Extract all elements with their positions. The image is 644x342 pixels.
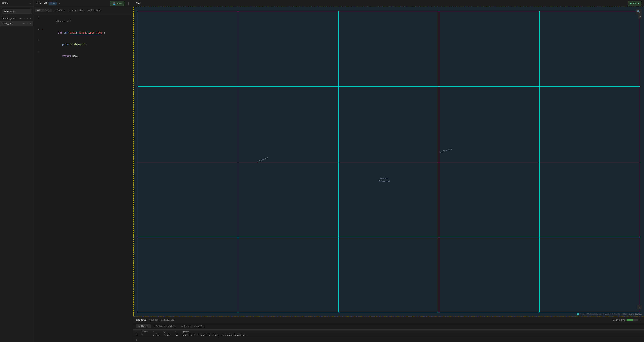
tab-editor[interactable]: </> Editor <box>35 8 52 12</box>
map-compass-button[interactable]: ◎ <box>638 14 642 19</box>
add-udf-icon: ⊕ <box>4 10 6 13</box>
editor-panel: tile_udf Tile ▾ 💾 Save ⋮ </> Editor ☰ Mo… <box>33 0 134 342</box>
grid-cell-14 <box>439 162 540 237</box>
header-bbox: bbox= <box>142 330 153 333</box>
editor-tabs: </> Editor ☰ Module ◫ Visualize ⚙ Settin… <box>33 7 133 14</box>
map-container[interactable]: Le Couesnon Le Couesnon Le Mont-Saint-Mi… <box>134 7 644 317</box>
close-icon[interactable]: ✕ <box>26 17 28 20</box>
eye-icon[interactable]: 👁 <box>22 22 25 25</box>
grid-cell-2 <box>238 11 338 86</box>
grid-cell-15 <box>540 162 640 237</box>
row-2-z: 16 <box>175 334 182 337</box>
table-row-2[interactable]: 2 0 32494 22608 16 POLYGON ((-1.49963 48… <box>134 334 644 338</box>
indent-space <box>56 43 62 46</box>
selected-object-tab-label: Selected object <box>156 325 176 328</box>
map-search-button[interactable]: 🔍 <box>636 9 642 14</box>
code-content-4: return bbox <box>42 50 132 62</box>
param-name: bbox <box>70 31 76 34</box>
chevron-down-icon[interactable]: ∨ <box>29 17 31 20</box>
save-label: Save <box>116 2 122 5</box>
code-content-2: def udf(bbox: fused.types.Tile): <box>44 27 132 38</box>
sidebar-item-tile-udf[interactable]: tile_udf 👁 ✕ ∨ <box>0 21 33 26</box>
header-x: x <box>153 330 164 333</box>
results-panel: Results 48.6360,-1.5122,16z 2.14s avg ⋮ … <box>134 317 644 342</box>
decorator-text: @fused.udf <box>56 20 71 22</box>
map-title: Map <box>136 2 140 5</box>
editor-type-badge[interactable]: Tile <box>48 2 57 5</box>
results-tabs: ≡ Stdout □ Selected object ⊞ Request det… <box>134 323 644 330</box>
error-arrow: ▸ <box>42 27 43 30</box>
chevron-down-icon[interactable]: ∨ <box>29 22 31 25</box>
sidebar-title: UDFs <box>2 2 8 5</box>
tab-settings[interactable]: ⚙ Settings <box>86 8 103 12</box>
code-line-2: 2 ▸ def udf(bbox: fused.types.Tile): <box>33 27 133 38</box>
row-3-num: 3 <box>136 339 140 341</box>
code-line-4: 4 return bbox <box>33 50 133 62</box>
row-2-x: 32494 <box>153 334 164 337</box>
print-paren-close: ) <box>86 43 87 46</box>
table-row-3: 3 <box>134 338 644 342</box>
add-udf-button[interactable]: ⊕ Add UDF <box>2 9 31 14</box>
grid-cell-1 <box>138 11 238 86</box>
tab-stdout[interactable]: ≡ Stdout <box>136 325 151 329</box>
type-badge-chevron[interactable]: ▾ <box>59 2 60 5</box>
code-line-3: 3 print(f"{bbox=}") <box>33 39 133 50</box>
run-button[interactable]: ▶ Run ▾ <box>628 1 642 6</box>
header-row-num: 1 <box>136 330 140 333</box>
performance-bar-fill <box>626 319 633 321</box>
grid-cell-17 <box>238 237 338 313</box>
improve-map-link[interactable]: Improve this map <box>628 313 642 315</box>
grid-cell-13 <box>338 162 439 237</box>
grid-cell-8 <box>338 86 439 162</box>
grid-cell-18 <box>338 237 439 313</box>
close-icon[interactable]: ✕ <box>26 22 28 25</box>
row-2-num: 2 <box>136 334 140 337</box>
tab-selected-object[interactable]: □ Selected object <box>152 325 178 329</box>
results-stats: 2.14s avg ⋮ <box>613 319 642 321</box>
grid-cell-7 <box>238 86 338 162</box>
row-2-geom: POLYGON ((-1.49963 48.63291, -1.49963 48… <box>182 334 642 337</box>
run-label: Run <box>633 2 637 5</box>
selected-object-tab-icon: □ <box>154 325 155 328</box>
map-header: Map ▶ Run ▾ <box>134 0 644 7</box>
header-geom: geome <box>182 330 642 333</box>
indent-space-2 <box>56 54 62 57</box>
grid-cell-9 <box>439 86 540 162</box>
results-more-button[interactable]: ⋮ <box>639 319 642 321</box>
editor-tab-label: Editor <box>42 9 50 12</box>
results-title: Results <box>136 319 146 321</box>
tab-request-details[interactable]: ⊞ Request details <box>179 324 206 329</box>
def-keyword: def <box>58 31 64 34</box>
line-number-4: 4 <box>35 50 39 54</box>
eye-icon[interactable]: 👁 <box>19 17 22 20</box>
code-line-1: 1 @fused.udf <box>33 15 133 27</box>
tab-visualize[interactable]: ◫ Visualize <box>68 8 86 12</box>
map-expand-button[interactable]: ⤢ <box>637 305 642 309</box>
table-header: 1 bbox= x y z geome <box>134 330 644 334</box>
attribution-text[interactable]: Made with Fused | © Mapbox © OpenStreetM… <box>587 313 627 315</box>
grid-cell-4 <box>439 11 540 86</box>
tab-module[interactable]: ☰ Module <box>52 8 67 12</box>
performance-bar <box>626 319 638 321</box>
add-udf-label: Add UDF <box>7 10 16 13</box>
code-editor[interactable]: 1 @fused.udf 2 ▸ def udf(bbox: fused.typ… <box>33 14 133 342</box>
mapbox-logo-icon: m <box>576 313 579 315</box>
settings-tab-label: Settings <box>90 9 101 12</box>
visualize-tab-label: Visualize <box>72 9 84 12</box>
grid-cell-5 <box>540 11 640 86</box>
colon: : <box>76 31 78 34</box>
right-panel: Map ▶ Run ▾ <box>134 0 644 342</box>
visualize-tab-icon: ◫ <box>70 9 71 12</box>
editor-topbar: tile_udf Tile ▾ 💾 Save ⋮ <box>33 0 133 7</box>
sidebar-item-bounds-udf[interactable]: bounds_udf* 👁 ⇗ ✕ ∨ <box>0 16 33 21</box>
grid-cell-11 <box>138 162 238 237</box>
sidebar-collapse-button[interactable]: « <box>30 2 31 5</box>
results-coordinates: 48.6360,-1.5122,16z <box>149 319 175 321</box>
grid-cell-12 <box>238 162 338 237</box>
save-button[interactable]: 💾 Save <box>110 1 124 6</box>
stdout-tab-label: Stdout <box>140 325 148 328</box>
share-icon[interactable]: ⇗ <box>23 17 25 20</box>
more-options-button[interactable]: ⋮ <box>126 1 131 6</box>
editor-tab-icon: </> <box>37 9 41 12</box>
mapbox-wordmark: mapbox <box>580 313 586 315</box>
